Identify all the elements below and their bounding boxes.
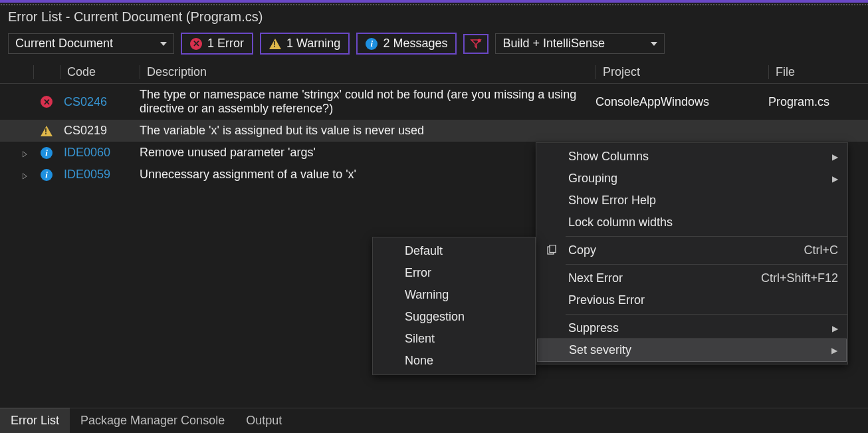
context-menu: Show Columns ▶ Grouping ▶ Show Error Hel… — [536, 142, 848, 364]
menu-lock-column-widths[interactable]: Lock column widths — [536, 212, 847, 233]
menu-set-severity[interactable]: Set severity ▶ — [537, 339, 847, 362]
svg-point-0 — [478, 39, 481, 42]
panel-title: Error List - Current Document (Program.c… — [0, 5, 868, 29]
tab-output[interactable]: Output — [235, 408, 292, 433]
table-row[interactable]: CS0219The variable 'x' is assigned but i… — [0, 120, 868, 142]
table-header: Code Description Project File — [0, 61, 868, 84]
severity-none[interactable]: None — [373, 350, 535, 372]
error-icon — [41, 96, 53, 108]
menu-next-error[interactable]: Next Error Ctrl+Shift+F12 — [536, 267, 847, 289]
error-file: Program.cs — [768, 95, 868, 109]
filter-icon — [470, 38, 482, 50]
warning-icon — [269, 39, 281, 49]
error-code[interactable]: IDE0059 — [64, 168, 110, 181]
severity-default[interactable]: Default — [373, 240, 535, 262]
errors-label: 1 Error — [207, 37, 244, 51]
tab-error-list[interactable]: Error List — [0, 408, 70, 433]
warning-icon — [41, 126, 53, 136]
severity-submenu: Default Error Warning Suggestion Silent … — [372, 237, 536, 375]
error-description: The variable 'x' is assigned but its val… — [140, 124, 596, 138]
severity-suggestion[interactable]: Suggestion — [373, 306, 535, 328]
severity-silent[interactable]: Silent — [373, 328, 535, 350]
table-row[interactable]: CS0246The type or namespace name 'string… — [0, 84, 868, 120]
info-icon — [41, 147, 53, 159]
menu-show-error-help[interactable]: Show Error Help — [536, 190, 847, 212]
menu-show-columns[interactable]: Show Columns ▶ — [536, 146, 847, 168]
severity-warning[interactable]: Warning — [373, 284, 535, 306]
error-project: ConsoleAppWindows — [596, 95, 768, 109]
copy-icon — [546, 245, 558, 257]
source-dropdown[interactable]: Build + IntelliSense — [495, 33, 665, 54]
info-icon — [41, 169, 53, 181]
menu-separator — [566, 264, 847, 265]
tab-package-manager-console[interactable]: Package Manager Console — [70, 408, 235, 433]
column-header-code[interactable]: Code — [60, 65, 140, 79]
toolbar: Current Document 1 Error 1 Warning 2 Mes… — [0, 29, 868, 61]
chevron-right-icon: ▶ — [832, 152, 838, 162]
error-description: Remove unused parameter 'args' — [140, 146, 596, 160]
column-header-file[interactable]: File — [768, 65, 868, 79]
filter-button[interactable] — [463, 34, 488, 54]
shortcut-label: Ctrl+Shift+F12 — [741, 271, 838, 285]
chevron-right-icon: ▶ — [831, 346, 837, 355]
expand-icon[interactable]: ▷ — [23, 149, 27, 158]
column-header-project[interactable]: Project — [596, 65, 768, 79]
scope-dropdown[interactable]: Current Document — [8, 33, 174, 54]
error-code[interactable]: IDE0060 — [64, 146, 110, 159]
chevron-down-icon — [160, 42, 167, 46]
warnings-toggle[interactable]: 1 Warning — [260, 33, 350, 55]
severity-error[interactable]: Error — [373, 262, 535, 284]
menu-suppress[interactable]: Suppress ▶ — [536, 317, 847, 339]
info-icon — [366, 38, 378, 50]
menu-copy[interactable]: Copy Ctrl+C — [536, 239, 847, 261]
error-description: The type or namespace name 'stringx' cou… — [140, 88, 596, 116]
svg-rect-2 — [550, 245, 556, 252]
messages-label: 2 Messages — [383, 37, 447, 51]
expand-icon[interactable]: ▷ — [23, 171, 27, 180]
chevron-right-icon: ▶ — [832, 174, 838, 184]
source-dropdown-label: Build + IntelliSense — [502, 37, 605, 51]
menu-separator — [566, 236, 847, 237]
shortcut-label: Ctrl+C — [784, 243, 838, 257]
column-header-description[interactable]: Description — [140, 65, 596, 79]
errors-toggle[interactable]: 1 Error — [181, 33, 253, 55]
warnings-label: 1 Warning — [286, 37, 340, 51]
menu-previous-error[interactable]: Previous Error — [536, 289, 847, 311]
error-code[interactable]: CS0219 — [64, 124, 107, 137]
error-description: Unnecessary assignment of a value to 'x' — [140, 168, 596, 182]
chevron-right-icon: ▶ — [832, 324, 838, 333]
menu-grouping[interactable]: Grouping ▶ — [536, 168, 847, 190]
bottom-tabs: Error List Package Manager Console Outpu… — [0, 408, 868, 433]
chevron-down-icon — [651, 42, 657, 46]
messages-toggle[interactable]: 2 Messages — [356, 33, 457, 55]
menu-separator — [566, 314, 847, 315]
error-code[interactable]: CS0246 — [64, 95, 107, 108]
error-icon — [190, 38, 202, 50]
scope-dropdown-label: Current Document — [15, 37, 113, 51]
